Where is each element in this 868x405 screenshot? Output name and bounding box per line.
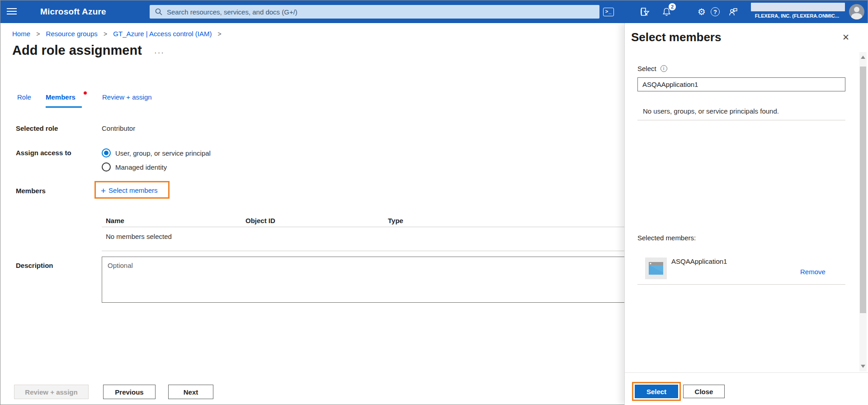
info-icon[interactable]: i <box>660 65 667 72</box>
plus-icon: + <box>101 186 106 195</box>
panel-scrollbar[interactable] <box>859 52 867 372</box>
breadcrumb-separator: > <box>104 30 107 38</box>
directory-filter-icon[interactable] <box>638 6 651 18</box>
scrollbar-up-arrow[interactable] <box>861 56 865 59</box>
radio-user-group-service-principal[interactable]: User, group, or service principal <box>102 148 211 157</box>
next-button[interactable]: Next <box>168 385 213 399</box>
panel-close-button[interactable]: Close <box>683 385 725 398</box>
remove-member-link[interactable]: Remove <box>800 268 826 276</box>
tab-role[interactable]: Role <box>17 93 31 106</box>
app-title[interactable]: Microsoft Azure <box>40 7 106 17</box>
search-input[interactable] <box>167 8 574 16</box>
member-search-input[interactable] <box>637 77 845 91</box>
breadcrumb-access-control[interactable]: GT_Azure | Access control (IAM) <box>113 30 212 38</box>
selected-members-label: Selected members: <box>637 234 696 242</box>
global-search[interactable] <box>150 5 599 19</box>
close-icon[interactable]: ✕ <box>839 30 853 44</box>
select-field-label: Select i <box>637 65 667 72</box>
page-title: Add role assignment <box>12 43 142 58</box>
scrollbar-thumb[interactable] <box>860 67 866 313</box>
unsaved-changes-dot <box>84 91 87 95</box>
tab-members[interactable]: Members <box>46 93 82 108</box>
breadcrumb-home[interactable]: Home <box>12 30 30 38</box>
panel-divider <box>637 120 845 120</box>
select-button[interactable]: Select <box>635 385 678 398</box>
breadcrumb-resource-groups[interactable]: Resource groups <box>46 30 98 38</box>
menu-icon[interactable] <box>7 6 22 17</box>
tenant-name: FLEXERA, INC. (FLEXERA.ONMIC... <box>747 13 847 19</box>
description-textarea[interactable] <box>102 257 625 303</box>
application-icon <box>645 257 667 279</box>
search-icon <box>155 8 162 15</box>
selected-member-name: ASQAApplication1 <box>671 257 727 265</box>
select-members-panel: Select members ✕ Select i No users, grou… <box>624 23 868 405</box>
help-icon[interactable]: ? <box>709 6 722 18</box>
selected-role-value: Contributor <box>102 124 135 132</box>
azure-portal-window: Microsoft Azure >_ 2 ⚙ <box>0 0 868 405</box>
feedback-icon[interactable] <box>727 6 740 18</box>
breadcrumb-separator: > <box>218 30 222 38</box>
previous-button[interactable]: Previous <box>103 385 156 399</box>
table-empty-text: No members selected <box>106 233 172 240</box>
account-name-redacted[interactable] <box>751 3 845 11</box>
review-assign-button[interactable]: Review + assign <box>14 385 89 399</box>
column-header-type: Type <box>388 217 403 224</box>
more-options-icon[interactable]: ··· <box>154 48 165 57</box>
table-divider <box>102 251 625 251</box>
breadcrumb-separator: > <box>36 30 40 38</box>
select-members-button[interactable]: +Select members <box>101 186 157 196</box>
tab-review-assign[interactable]: Review + assign <box>102 93 152 106</box>
cloud-shell-icon[interactable]: >_ <box>602 6 615 18</box>
panel-divider <box>637 284 845 285</box>
notification-badge: 2 <box>669 3 676 10</box>
notifications-bell-icon[interactable]: 2 <box>660 6 673 18</box>
radio-selected-icon <box>102 148 111 157</box>
description-label: Description <box>16 262 53 269</box>
column-header-object-id: Object ID <box>245 217 275 224</box>
column-header-name: Name <box>106 217 124 224</box>
scrollbar-down-arrow[interactable] <box>861 365 865 368</box>
top-bar: Microsoft Azure >_ 2 ⚙ <box>0 0 868 23</box>
panel-title: Select members <box>631 30 721 44</box>
radio-unselected-icon <box>102 162 111 172</box>
settings-gear-icon[interactable]: ⚙ <box>695 6 708 18</box>
assign-access-label: Assign access to <box>16 149 71 157</box>
panel-footer-divider <box>625 372 868 373</box>
members-label: Members <box>16 187 46 195</box>
breadcrumb: Home > Resource groups > GT_Azure | Acce… <box>12 30 226 38</box>
selected-role-label: Selected role <box>16 124 58 132</box>
table-divider <box>102 227 625 227</box>
avatar[interactable] <box>849 4 864 19</box>
radio-managed-identity[interactable]: Managed identity <box>102 162 167 172</box>
no-results-message: No users, groups, or service principals … <box>643 107 779 115</box>
